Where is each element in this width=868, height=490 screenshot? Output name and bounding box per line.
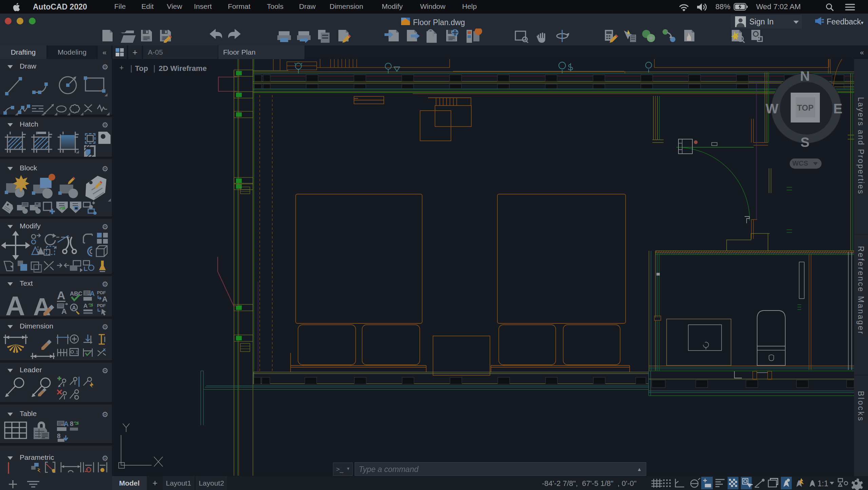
svg-text:8: 8 (57, 432, 61, 439)
svg-text:WCS: WCS (792, 159, 808, 167)
svg-text:.1: .1 (74, 350, 78, 355)
svg-text:|: | (153, 63, 155, 73)
svg-text:A: A (72, 305, 76, 311)
svg-text:1:1: 1:1 (817, 479, 828, 488)
svg-text:|: | (130, 63, 132, 73)
svg-text:2D Wireframe: 2D Wireframe (159, 64, 207, 73)
svg-text:ABC: ABC (70, 290, 82, 297)
svg-text:PDF: PDF (97, 290, 106, 295)
svg-text:+: + (119, 63, 124, 72)
svg-text:A: A (57, 289, 65, 302)
svg-text:A: A (64, 420, 68, 428)
svg-text:W: W (766, 101, 778, 116)
svg-text:A: A (83, 303, 87, 309)
svg-text:S: S (801, 135, 810, 150)
svg-text:8: 8 (70, 420, 74, 427)
svg-text:E: E (833, 101, 843, 116)
svg-text:TOP: TOP (797, 103, 814, 112)
svg-text:Top: Top (135, 64, 148, 73)
svg-text:PDF: PDF (97, 303, 106, 308)
svg-text:N: N (800, 69, 810, 83)
svg-text:A: A (102, 295, 107, 303)
svg-text:A: A (61, 307, 67, 316)
svg-text:A: A (33, 293, 51, 320)
svg-text:A: A (90, 290, 95, 297)
svg-text:x: x (103, 347, 106, 352)
svg-text:A: A (5, 291, 25, 321)
